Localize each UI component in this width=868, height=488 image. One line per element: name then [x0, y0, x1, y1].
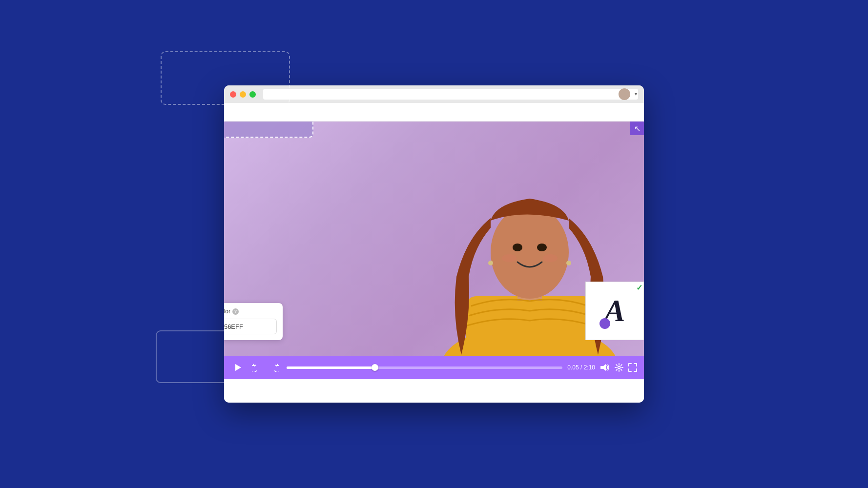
forward-button[interactable]	[268, 361, 282, 374]
time-display: 0.05 / 2:10	[567, 364, 595, 371]
player-color-label: Player Color ?	[224, 308, 277, 315]
checkmark-icon: ✓	[636, 283, 642, 292]
svg-point-14	[618, 366, 620, 369]
player-color-info-icon[interactable]: ?	[232, 308, 239, 315]
svg-marker-13	[600, 364, 606, 371]
color-hex-value: #A56EFF	[224, 323, 243, 330]
progress-thumb[interactable]	[372, 364, 378, 371]
corner-resize-icon[interactable]	[630, 122, 644, 135]
settings-button[interactable]	[615, 363, 623, 372]
logo-dot	[599, 318, 610, 329]
volume-button[interactable]	[600, 363, 610, 372]
traffic-light-maximize[interactable]	[249, 91, 256, 98]
progress-fill	[287, 366, 375, 369]
svg-point-4	[513, 244, 522, 251]
browser-content: Upload Image Player Color ? #A56EFF	[224, 103, 644, 403]
video-background: Upload Image Player Color ? #A56EFF	[224, 122, 644, 379]
svg-point-3	[491, 206, 569, 299]
play-button[interactable]	[231, 361, 245, 374]
image-upload-icon	[224, 122, 229, 123]
avatar[interactable]	[619, 88, 630, 100]
video-controls-bar: 0.05 / 2:10	[224, 356, 644, 379]
svg-point-7	[543, 254, 558, 262]
url-bar[interactable]	[263, 89, 638, 100]
fullscreen-button[interactable]	[628, 363, 637, 372]
svg-point-8	[488, 261, 493, 265]
svg-marker-12	[235, 364, 241, 371]
top-bar	[224, 103, 644, 122]
svg-point-5	[537, 244, 547, 251]
upload-image-box[interactable]: Upload Image	[224, 122, 313, 138]
svg-point-9	[566, 261, 571, 265]
browser-window: ▾	[224, 85, 644, 403]
woman-silhouette	[393, 130, 644, 379]
player-color-input[interactable]: #A56EFF	[224, 319, 277, 334]
chevron-down-icon[interactable]: ▾	[635, 91, 637, 97]
player-color-panel: Player Color ? #A56EFF	[224, 303, 283, 340]
rewind-button[interactable]	[249, 361, 263, 374]
svg-point-6	[502, 254, 517, 262]
logo-box: ✓ A	[585, 282, 644, 340]
browser-titlebar: ▾	[224, 85, 644, 103]
video-area: Upload Image Player Color ? #A56EFF	[224, 122, 644, 379]
traffic-light-minimize[interactable]	[240, 91, 246, 98]
progress-bar[interactable]	[287, 366, 562, 369]
traffic-light-close[interactable]	[230, 91, 236, 98]
